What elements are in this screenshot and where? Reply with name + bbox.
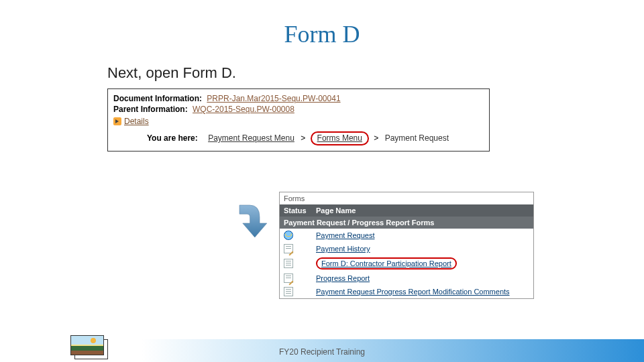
doc-info-link[interactable]: PRPR-Jan.Mar2015-Sequ.PW-00041: [207, 94, 340, 103]
link-progress-report[interactable]: Progress Report: [316, 274, 370, 282]
breadcrumb-label: You are here:: [147, 133, 198, 143]
link-form-d[interactable]: Form D: Contractor Participation Report: [321, 259, 451, 267]
breadcrumb-forms-menu[interactable]: Forms Menu: [317, 133, 362, 143]
details-row[interactable]: Details: [113, 117, 484, 126]
breadcrumb-sep: >: [301, 133, 305, 143]
forms-row: Payment History: [280, 242, 533, 255]
forms-header: Status Page Name: [280, 204, 533, 217]
expand-icon: [113, 117, 121, 125]
link-modification-comments[interactable]: Payment Request Progress Report Modifica…: [316, 288, 510, 296]
forms-row: Payment Request Progress Report Modifica…: [280, 285, 533, 298]
arrow-icon: [228, 201, 275, 241]
subtitle: Next, open Form D.: [107, 64, 644, 82]
breadcrumb-payment-request-menu[interactable]: Payment Request Menu: [208, 133, 294, 143]
forms-title: Forms: [280, 192, 533, 204]
parent-info-link[interactable]: WQC-2015-Sequ.PW-00008: [193, 105, 294, 114]
breadcrumb-sep: >: [374, 133, 378, 143]
doc-info-label: Document Information:: [113, 94, 202, 103]
forms-row: Payment Request: [280, 229, 533, 242]
forms-row: Form D: Contractor Participation Report: [280, 255, 533, 272]
breadcrumb: You are here: Payment Request Menu > For…: [113, 131, 484, 145]
parent-info-row: Parent Information: WQC-2015-Sequ.PW-000…: [113, 105, 484, 114]
edit-doc-icon: [284, 274, 293, 283]
doc-info-row: Document Information: PRPR-Jan.Mar2015-S…: [113, 94, 484, 103]
details-link[interactable]: Details: [124, 117, 149, 126]
col-page-name: Page Name: [316, 206, 356, 215]
forms-section-header: Payment Request / Progress Report Forms: [280, 217, 533, 229]
form-d-highlight: Form D: Contractor Participation Report: [316, 257, 457, 269]
link-payment-history[interactable]: Payment History: [316, 245, 370, 253]
slide-title: Form D: [0, 20, 644, 48]
slide-footer: FY20 Recipient Training: [0, 332, 644, 362]
doc-icon: [284, 287, 293, 296]
footer-text: FY20 Recipient Training: [0, 347, 644, 357]
forms-row: Progress Report: [280, 272, 533, 285]
link-payment-request[interactable]: Payment Request: [316, 231, 374, 239]
forms-list: Forms Status Page Name Payment Request /…: [279, 192, 534, 299]
edit-doc-icon: [284, 244, 293, 253]
parent-info-label: Parent Information:: [113, 105, 188, 114]
doc-icon: [284, 259, 293, 268]
breadcrumb-forms-menu-highlight: Forms Menu: [311, 131, 369, 145]
breadcrumb-payment-request: Payment Request: [385, 133, 449, 143]
browser-icon: [284, 231, 293, 240]
document-info-box: Document Information: PRPR-Jan.Mar2015-S…: [107, 88, 490, 152]
col-status: Status: [284, 206, 316, 215]
